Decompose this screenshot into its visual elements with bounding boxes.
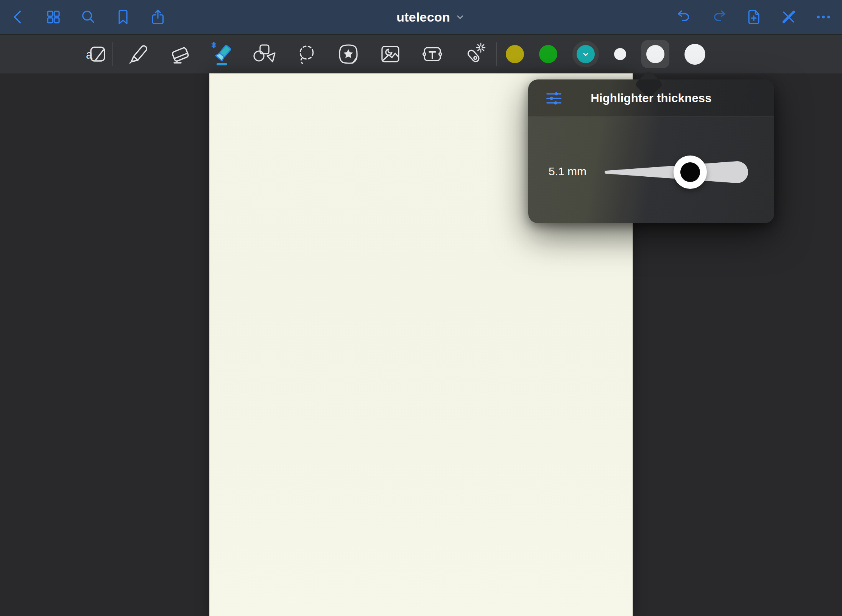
slider-thumb-dot <box>680 162 700 182</box>
tool-bar: a <box>0 34 842 73</box>
tool-highlighter[interactable] <box>210 42 234 66</box>
search-button[interactable] <box>80 8 97 26</box>
color-swatch-teal <box>577 45 595 63</box>
thickness-slider[interactable] <box>604 117 755 222</box>
document-title-dropdown[interactable]: utelecon <box>396 0 464 34</box>
tool-image[interactable] <box>378 42 402 66</box>
add-page-icon <box>745 8 762 26</box>
swatch-divider <box>496 42 497 66</box>
tool-eraser[interactable] <box>168 42 192 66</box>
thickness-large[interactable] <box>685 44 705 65</box>
eraser-icon <box>168 42 192 66</box>
tool-pen[interactable] <box>126 42 150 66</box>
pen-cross-button[interactable] <box>780 8 797 26</box>
tool-text[interactable] <box>420 42 444 66</box>
color-swatch-green[interactable] <box>539 45 557 63</box>
tool-laser-pointer[interactable] <box>462 42 486 66</box>
popup-body: 5.1 mm <box>528 117 774 222</box>
thickness-value: 5.1 mm <box>549 165 586 178</box>
more-button[interactable] <box>815 8 832 26</box>
add-page-button[interactable] <box>745 8 762 26</box>
highlighter-icon <box>210 42 234 66</box>
tool-group: a <box>84 35 486 73</box>
color-swatch-teal-selected[interactable] <box>572 41 599 67</box>
undo-icon <box>675 8 693 26</box>
redo-icon <box>710 8 728 26</box>
chevron-down-icon <box>456 13 465 21</box>
pen-icon <box>126 42 150 66</box>
undo-button[interactable] <box>675 8 693 26</box>
lasso-icon <box>294 42 318 66</box>
top-navigation-bar: utelecon <box>0 0 842 34</box>
handwriting-aid-icon: a <box>84 42 108 66</box>
shapes-icon <box>252 42 276 66</box>
pages-overview-button[interactable] <box>45 8 62 26</box>
bookmark-button[interactable] <box>114 8 132 26</box>
tool-shapes[interactable] <box>252 42 276 66</box>
chevron-down-icon <box>582 50 589 58</box>
more-icon <box>815 8 832 26</box>
pen-cross-icon <box>780 8 797 26</box>
tool-handwriting-aid[interactable]: a <box>84 42 108 66</box>
topbar-right-group <box>675 0 832 34</box>
canvas-area: Highlighter thickness 5.1 mm <box>0 73 842 616</box>
back-button[interactable] <box>10 8 27 26</box>
bookmark-icon <box>114 8 132 26</box>
tool-elements[interactable] <box>336 42 360 66</box>
document-title: utelecon <box>396 10 450 25</box>
image-icon <box>378 42 402 66</box>
slider-thumb[interactable] <box>674 156 707 189</box>
search-icon <box>80 8 97 26</box>
text-icon <box>420 42 444 66</box>
thickness-small[interactable] <box>614 48 626 60</box>
back-icon <box>10 8 27 26</box>
tool-lasso[interactable] <box>294 42 318 66</box>
popup-header: Highlighter thickness <box>528 79 774 117</box>
color-swatch-olive[interactable] <box>506 45 524 63</box>
share-icon <box>149 8 167 26</box>
thickness-medium-selected[interactable] <box>641 40 669 68</box>
laser-pointer-icon <box>462 42 486 66</box>
share-button[interactable] <box>149 8 167 26</box>
elements-sticker-icon <box>336 42 360 66</box>
pages-overview-icon <box>45 8 62 26</box>
popup-title: Highlighter thickness <box>528 79 774 117</box>
swatch-group <box>506 35 705 73</box>
highlighter-thickness-popup: Highlighter thickness 5.1 mm <box>528 79 774 223</box>
redo-button[interactable] <box>710 8 728 26</box>
svg-text:a: a <box>86 48 93 61</box>
thickness-medium-dot <box>646 45 664 63</box>
topbar-left-group <box>10 0 167 34</box>
